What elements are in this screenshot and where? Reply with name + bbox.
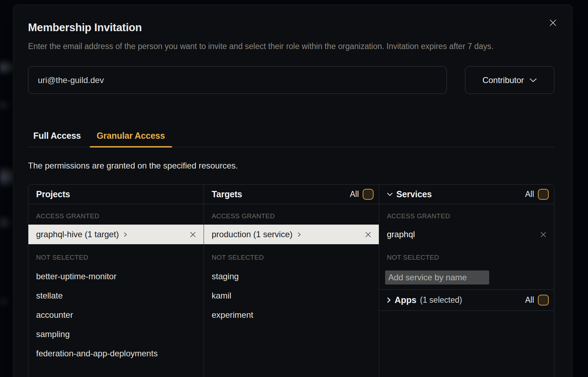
close-button[interactable] (548, 18, 558, 27)
project-row-label: graphql-hive (1 target) (36, 229, 119, 239)
chevron-down-icon (387, 193, 393, 196)
targets-title: Targets (212, 189, 242, 199)
modal-title: Membership Invitation (28, 21, 554, 34)
remove-target-button[interactable] (364, 231, 372, 238)
projects-access-granted-label: ACCESS GRANTED (28, 204, 204, 225)
remove-service-button[interactable] (540, 231, 547, 238)
targets-access-granted-label: ACCESS GRANTED (204, 204, 379, 225)
services-column: Services All ACCESS GRANTED graphql NOT … (379, 185, 554, 377)
services-body: ACCESS GRANTED graphql NOT SELECTED (379, 204, 554, 290)
modal-description: Enter the email address of the person yo… (28, 40, 554, 53)
invite-row: Contributor (28, 66, 554, 94)
services-access-granted-label: ACCESS GRANTED (379, 204, 554, 225)
project-item[interactable]: federation-and-app-deployments (28, 344, 204, 363)
chevron-right-icon (298, 232, 301, 237)
target-item[interactable]: kamil (204, 286, 379, 305)
chevron-right-icon (387, 297, 391, 303)
apps-label: Apps (395, 295, 417, 305)
target-row-label: production (1 service) (212, 229, 293, 239)
tab-full-access[interactable]: Full Access (28, 130, 86, 147)
service-row-graphql[interactable]: graphql (379, 225, 554, 244)
services-header[interactable]: Services All (379, 185, 554, 204)
close-icon (540, 232, 546, 238)
project-item[interactable]: accounter (28, 305, 204, 324)
membership-invitation-modal: Membership Invitation Enter the email ad… (13, 5, 573, 377)
service-row-label: graphql (387, 229, 415, 239)
services-all-checkbox[interactable] (538, 189, 549, 200)
services-all-label: All (525, 190, 534, 199)
add-service-input[interactable] (385, 270, 489, 285)
targets-header: Targets All (204, 185, 379, 204)
apps-all-checkbox[interactable] (538, 295, 549, 306)
project-item[interactable]: sampling (28, 324, 204, 344)
services-not-selected-label: NOT SELECTED (379, 244, 554, 267)
email-input[interactable] (28, 66, 447, 94)
apps-expander-row[interactable]: Apps (1 selected) All (379, 290, 554, 311)
tab-granular-access[interactable]: Granular Access (90, 130, 172, 147)
project-item[interactable]: stellate (28, 286, 204, 305)
projects-column: Projects ACCESS GRANTED graphql-hive (1 … (28, 185, 204, 377)
apps-all-label: All (525, 295, 534, 305)
projects-title: Projects (36, 189, 70, 199)
target-row-production[interactable]: production (1 service) (204, 225, 379, 244)
permissions-note: The permissions are granted on the speci… (28, 160, 554, 171)
remove-project-button[interactable] (189, 231, 197, 238)
resources-table: Projects ACCESS GRANTED graphql-hive (1 … (28, 184, 554, 377)
project-item[interactable]: better-uptime-monitor (28, 267, 204, 286)
projects-header: Projects (28, 185, 204, 204)
role-select[interactable]: Contributor (465, 66, 554, 94)
targets-all-checkbox[interactable] (363, 189, 374, 200)
close-icon (190, 232, 196, 238)
close-icon (365, 232, 371, 238)
target-item[interactable]: experiment (204, 305, 379, 324)
targets-not-selected-label: NOT SELECTED (204, 244, 379, 267)
project-row-graphql-hive[interactable]: graphql-hive (1 target) (28, 225, 204, 244)
chevron-right-icon (124, 232, 127, 237)
services-title: Services (396, 189, 432, 199)
chevron-down-icon (529, 78, 537, 82)
role-select-value: Contributor (483, 75, 524, 85)
apps-selected-count: (1 selected) (420, 295, 462, 305)
access-tabs: Full Access Granular Access (28, 130, 554, 147)
targets-all-label: All (350, 190, 359, 199)
close-icon (549, 19, 557, 27)
target-item[interactable]: staging (204, 267, 379, 286)
targets-column: Targets All ACCESS GRANTED production (1… (204, 185, 379, 377)
projects-not-selected-label: NOT SELECTED (28, 244, 204, 267)
